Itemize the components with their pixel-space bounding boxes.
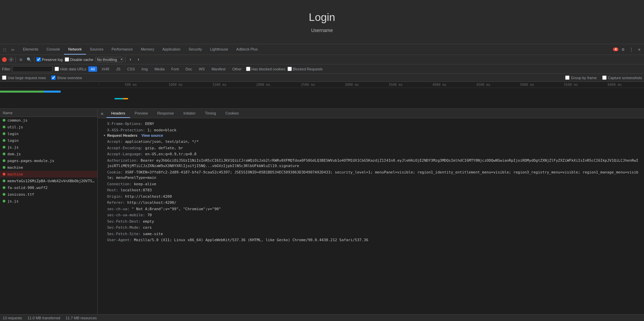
request-headers-title[interactable]: ▼ Request Headers View source [103,133,639,137]
toolbar-sep-3 [125,57,125,62]
filter-css-btn[interactable]: CSS [125,66,137,72]
list-item[interactable]: machine [0,164,97,171]
import-icon[interactable]: ⬆ [127,57,133,63]
referer-name: Referer: [107,200,127,205]
cookie-row: Cookie: XSRF-TOKEN=3ffe0fc2-2d89-4187-bf… [103,169,639,181]
connection-name: Connection: [107,182,134,186]
filter-xhr-btn[interactable]: XHR [99,66,112,72]
show-overview-label: Show overview [57,76,82,80]
large-rows-checkbox[interactable]: Use large request rows [2,75,46,80]
throttle-select[interactable]: No throttling Fast 3G Slow 3G Offline [95,57,123,62]
devtools-icon-group: ⬚ ▭ [1,46,16,53]
referer-value: http://localhost:4200/ [127,200,177,205]
username-label: Username [311,28,333,33]
tab-network[interactable]: Network [64,44,86,55]
filter-other-btn[interactable]: Other [230,66,244,72]
tab-performance[interactable]: Performance [108,44,137,55]
close-devtools-icon[interactable]: ✕ [636,46,643,53]
ruler-mark-500: 500 ms [125,83,137,87]
list-item[interactable]: pages-pages-module.js [0,157,97,164]
close-details-button[interactable]: ✕ [99,110,105,117]
authorization-value: Bearer eyJhbGciOiJSUzI1NiIsInR5cCI6IiJKV… [107,158,638,168]
hide-data-urls-label: Hide data URLs [60,67,86,71]
file-name: login [7,138,95,143]
filter-js-btn[interactable]: JS [114,66,123,72]
origin-value: http://localhost:4200 [125,194,172,199]
filter-manifest-btn[interactable]: Manifest [209,66,228,72]
filter-img-btn[interactable]: Img [139,66,150,72]
tab-lighthouse[interactable]: Lighthouse [206,44,232,55]
filter-media-btn[interactable]: Media [152,66,167,72]
blocked-requests-checkbox[interactable]: Blocked Requests [287,67,323,71]
tab-cookies[interactable]: Cookies [221,109,244,118]
show-overview-checkbox[interactable]: Show overview [51,75,82,80]
file-name: pages-pages-module.js [7,159,95,163]
has-blocked-cookies-checkbox[interactable]: Has blocked cookies [246,67,285,71]
list-item[interactable]: util.js [0,124,97,130]
x-frame-options-row: X-Frame-Options: DENY [103,121,639,127]
search-icon[interactable]: 🔍 [26,57,32,63]
group-by-frame-label: Group by frame [571,76,596,80]
ruler-mark-4000: 4000 ms [432,83,447,87]
device-icon[interactable]: ▭ [9,46,16,53]
request-headers-section: ▼ Request Headers View source Accept: ap… [103,133,639,244]
devtools-right-controls: 4 ⚙ ⋮ ✕ [613,46,643,53]
status-dot [3,139,5,142]
resources-size: 11.7 MB resources [66,316,97,320]
tab-security[interactable]: Security [184,44,206,55]
list-item[interactable]: common.js [0,117,97,124]
list-item[interactable]: js.js [0,144,97,151]
ruler-mark-2500: 2500 ms [301,83,315,87]
preserve-log-label: Preserve log [42,58,63,62]
authorization-row: Authorization: Bearer eyJhbGciOiJSUzI1Ni… [103,158,639,169]
more-icon[interactable]: ⋮ [628,46,635,53]
list-item[interactable]: ionicons.ttf [0,191,97,198]
host-name: Host: [107,188,121,192]
filter-font-btn[interactable]: Font [169,66,181,72]
tab-response[interactable]: Response [153,109,179,118]
timeline-bar-orange [123,98,128,99]
preserve-log-checkbox[interactable]: Preserve log [36,57,63,62]
list-item[interactable]: dom.js [0,151,97,157]
filter-label: Filter [2,67,10,71]
clear-button[interactable]: ⊘ [9,57,13,62]
tab-headers[interactable]: Headers [106,109,130,118]
status-dot-error [3,173,5,175]
filter-input[interactable] [12,66,53,72]
group-by-frame-checkbox[interactable]: Group by frame [565,75,596,80]
inspect-icon[interactable]: ⬚ [1,46,8,53]
record-button[interactable] [2,57,7,62]
tab-application[interactable]: Application [158,44,185,55]
view-source-link[interactable]: View source [142,133,163,137]
page-background: Login Username [0,0,644,44]
filter-all-btn[interactable]: All [88,66,97,72]
settings-icon[interactable]: ⚙ [620,46,626,53]
hide-data-urls-checkbox[interactable]: Hide data URLs [55,67,86,71]
filter-ws-btn[interactable]: WS [196,66,207,72]
list-item[interactable]: login [0,130,97,137]
x-frame-options-name: X-Frame-Options: [107,122,145,126]
capture-screenshots-checkbox[interactable]: Capture screenshots [602,75,642,80]
list-item-highlighted[interactable]: machine [0,171,97,178]
status-dot [3,153,5,155]
tab-timing[interactable]: Timing [200,109,221,118]
cookie-value: XSRF-TOKEN=3ffe0fc2-2d89-4187-bfe7-9caa5… [107,170,638,180]
tab-memory[interactable]: Memory [137,44,158,55]
export-icon[interactable]: ⬇ [135,57,142,63]
tab-elements[interactable]: Elements [19,44,42,55]
referer-row: Referer: http://localhost:4200/ [103,200,639,206]
accept-encoding-row: Accept-Encoding: gzip, deflate, br [103,145,639,152]
list-item[interactable]: memvYaGs126MiZpBA-UvWbX2vVnXBbObj2OVTS-m… [0,178,97,184]
filter-doc-btn[interactable]: Doc [183,66,194,72]
tab-console[interactable]: Console [42,44,64,55]
page-title: Login [309,11,335,24]
list-item[interactable]: login [0,137,97,144]
list-item[interactable]: js.js [0,198,97,204]
tab-sources[interactable]: Sources [86,44,108,55]
tab-initiator[interactable]: Initiator [179,109,200,118]
tab-preview[interactable]: Preview [130,109,153,118]
disable-cache-checkbox[interactable]: Disable cache [65,57,93,62]
tab-adblock[interactable]: Adblock Plus [232,44,262,55]
list-item[interactable]: fa-solid-900.woff2 [0,184,97,191]
filter-icon[interactable]: ⊟ [18,57,24,63]
